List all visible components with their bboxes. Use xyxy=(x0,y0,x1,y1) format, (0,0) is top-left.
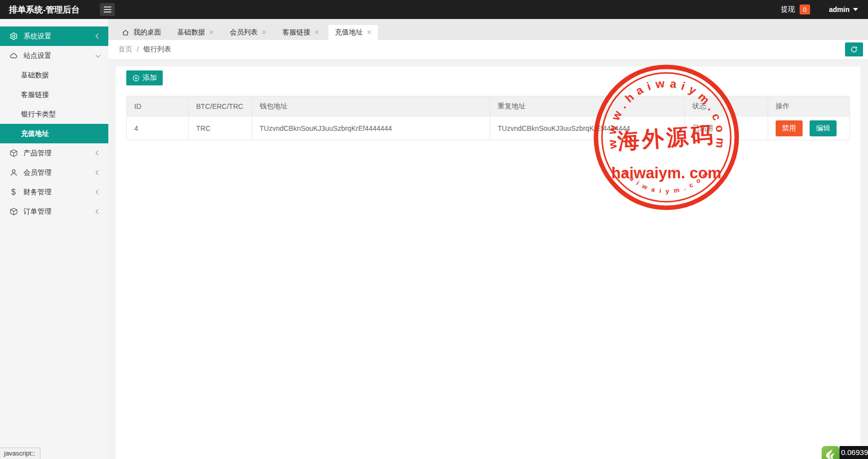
counter-widget[interactable]: 0.0693979 xyxy=(822,446,868,459)
col-chain: BTC/ERC/TRC xyxy=(189,96,252,116)
sidebar-item-label: 银行卡类型 xyxy=(21,110,56,119)
sidebar-item-system-settings[interactable]: 系统设置 xyxy=(0,26,108,46)
tab-label: 我的桌面 xyxy=(133,28,161,37)
sidebar: 系统设置 站点设置 基础数据 客服链接 银行卡类型 充值地址 产品管理 xyxy=(0,19,108,459)
main-content: 我的桌面 基础数据 × 会员列表 × 客服链接 × 充值地址 × 首页 / 银行… xyxy=(108,19,868,459)
home-icon xyxy=(122,29,129,36)
sidebar-item-label: 系统设置 xyxy=(23,32,51,41)
tab-recharge-address[interactable]: 充值地址 × xyxy=(328,25,378,40)
hamburger-icon xyxy=(104,6,111,7)
edit-button[interactable]: 编辑 xyxy=(810,120,837,136)
chevron-left-icon xyxy=(96,151,101,156)
close-icon[interactable]: × xyxy=(314,28,319,36)
refresh-icon xyxy=(850,45,858,53)
cloud-icon xyxy=(9,51,18,60)
sidebar-item-label: 产品管理 xyxy=(23,149,51,158)
sidebar-item-label: 站点设置 xyxy=(23,51,51,60)
cell-actions: 禁用 编辑 xyxy=(768,116,850,140)
cell-chain: TRC xyxy=(189,116,252,140)
content-card: 添加 ID BTC/ERC/TRC 钱包地址 重复地址 状态 操作 xyxy=(116,66,861,459)
tab-service-links[interactable]: 客服链接 × xyxy=(276,25,325,40)
cell-wallet-address: TUzvndCBknSouKJ3uuSzbrqKrEf4444444 xyxy=(252,116,490,140)
chevron-left-icon xyxy=(96,190,101,195)
flame-app-icon xyxy=(822,446,840,459)
caret-down-icon xyxy=(853,8,858,11)
tab-label: 客服链接 xyxy=(283,28,310,37)
sidebar-item-label: 基础数据 xyxy=(21,71,49,80)
breadcrumb: 首页 / 银行列表 xyxy=(108,40,868,59)
tab-label: 基础数据 xyxy=(177,28,205,37)
sidebar-item-bankcard-types[interactable]: 银行卡类型 xyxy=(0,104,108,124)
counter-value: 0.0693979 xyxy=(840,446,868,459)
tab-label: 充值地址 xyxy=(335,28,363,37)
col-status: 状态 xyxy=(685,96,768,116)
close-icon[interactable]: × xyxy=(209,28,214,36)
chevron-left-icon xyxy=(96,170,101,175)
sidebar-item-member-management[interactable]: 会员管理 xyxy=(0,163,108,182)
sidebar-item-label: 会员管理 xyxy=(23,168,51,177)
withdraw-link[interactable]: 提现 0 xyxy=(781,4,810,14)
col-actions: 操作 xyxy=(768,96,850,116)
gear-icon xyxy=(9,32,18,41)
withdraw-count-badge: 0 xyxy=(800,4,810,14)
sidebar-item-label: 订单管理 xyxy=(23,207,51,216)
disable-button[interactable]: 禁用 xyxy=(776,120,803,136)
tab-label: 会员列表 xyxy=(230,28,258,37)
col-duplicate-address: 重复地址 xyxy=(490,96,685,116)
add-button[interactable]: 添加 xyxy=(126,70,163,85)
cube-icon xyxy=(9,207,18,216)
chevron-down-icon xyxy=(96,52,101,57)
sidebar-item-basic-data[interactable]: 基础数据 xyxy=(0,65,108,85)
sidebar-item-label: 客服链接 xyxy=(21,90,49,99)
user-menu[interactable]: admin xyxy=(829,5,858,13)
tab-bar: 我的桌面 基础数据 × 会员列表 × 客服链接 × 充值地址 × xyxy=(108,19,868,40)
chevron-left-icon xyxy=(96,34,101,39)
withdraw-label: 提现 xyxy=(781,5,795,14)
cube-icon xyxy=(9,149,18,158)
col-id: ID xyxy=(127,96,189,116)
table-header-row: ID BTC/ERC/TRC 钱包地址 重复地址 状态 操作 xyxy=(127,96,850,116)
table-row: 4 TRC TUzvndCBknSouKJ3uuSzbrqKrEf4444444… xyxy=(127,116,850,140)
breadcrumb-current: 银行列表 xyxy=(143,45,171,54)
tab-member-list[interactable]: 会员列表 × xyxy=(223,25,273,40)
sidebar-item-service-links[interactable]: 客服链接 xyxy=(0,85,108,104)
sidebar-item-label: 充值地址 xyxy=(21,129,49,138)
user-icon xyxy=(9,168,18,177)
close-icon[interactable]: × xyxy=(262,28,266,36)
browser-status-hint: javascript:; xyxy=(0,448,40,459)
chevron-left-icon xyxy=(96,209,101,214)
breadcrumb-separator: / xyxy=(137,45,139,53)
col-wallet-address: 钱包地址 xyxy=(252,96,490,116)
tab-my-desktop[interactable]: 我的桌面 xyxy=(115,25,168,40)
plus-circle-icon xyxy=(132,74,140,82)
close-icon[interactable]: × xyxy=(367,28,371,36)
breadcrumb-home[interactable]: 首页 xyxy=(118,45,132,54)
username: admin xyxy=(829,5,850,13)
sidebar-item-recharge-address[interactable]: 充值地址 xyxy=(0,124,108,143)
status-badge: 已启用 xyxy=(685,116,768,140)
cell-id: 4 xyxy=(127,116,189,140)
cell-duplicate-address: TUzvndCBknSouKJ3uuSzbrqKrEf4444444 xyxy=(490,116,685,140)
topbar-right: 提现 0 admin xyxy=(781,4,868,14)
dollar-icon: $ xyxy=(9,188,18,197)
app-title: 排单系统-管理后台 xyxy=(0,4,91,15)
refresh-button[interactable] xyxy=(845,42,863,56)
sidebar-item-product-management[interactable]: 产品管理 xyxy=(0,143,108,163)
sidebar-item-site-settings[interactable]: 站点设置 xyxy=(0,46,108,65)
sidebar-item-label: 财务管理 xyxy=(23,188,51,197)
tab-basic-data[interactable]: 基础数据 × xyxy=(171,25,220,40)
sidebar-item-finance-management[interactable]: $ 财务管理 xyxy=(0,182,108,202)
sidebar-item-order-management[interactable]: 订单管理 xyxy=(0,202,108,221)
menu-toggle-button[interactable] xyxy=(100,3,115,16)
address-table: ID BTC/ERC/TRC 钱包地址 重复地址 状态 操作 4 TRC TUz… xyxy=(126,96,850,140)
topbar: 排单系统-管理后台 提现 0 admin xyxy=(0,0,868,19)
